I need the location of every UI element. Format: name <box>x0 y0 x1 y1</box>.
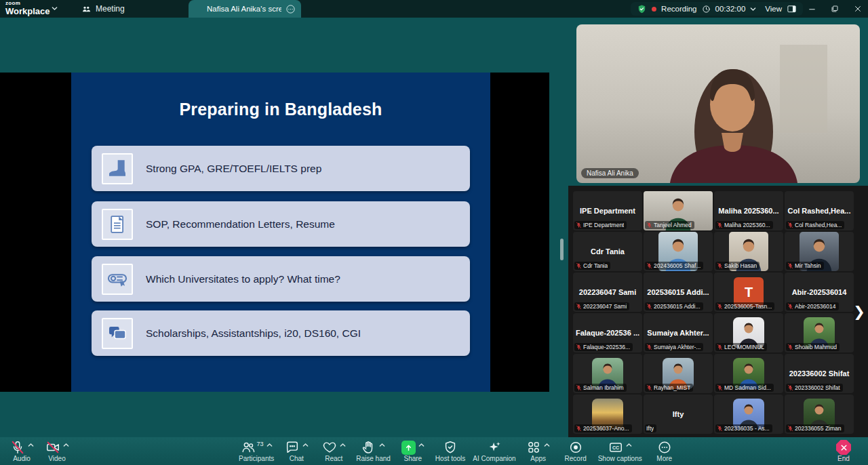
record-button[interactable]: Record <box>561 437 591 465</box>
participants-button[interactable]: 73Participants <box>239 437 274 465</box>
raise-hand-button[interactable]: Raise hand <box>356 437 391 465</box>
participant-tile[interactable]: 202336055 Ziman <box>785 395 854 434</box>
participant-label: Cdr Tania <box>574 262 610 270</box>
tab-meeting[interactable]: Meeting <box>76 0 130 18</box>
video-button[interactable]: Video <box>42 437 72 465</box>
participant-tile[interactable]: LEC MOMINUL <box>714 313 783 352</box>
mic-muted-icon <box>646 262 652 269</box>
mic-muted-icon <box>717 303 723 310</box>
chevron-up-icon[interactable] <box>544 443 550 447</box>
participant-tile[interactable]: Maliha 2025360...Maliha 2025360... <box>714 191 783 230</box>
chevron-up-icon[interactable] <box>626 443 632 447</box>
boot-icon <box>102 153 133 184</box>
speaker-video-tile[interactable]: Nafisa Ali Anika <box>576 24 860 183</box>
participant-tile[interactable]: Salman Ibrahim <box>573 354 642 393</box>
chevron-up-icon[interactable] <box>340 443 346 447</box>
mic-muted-icon <box>576 344 582 350</box>
participant-tile[interactable]: Sumaiya Akhter...Sumaiya Akhter-... <box>644 313 713 352</box>
toolbar-button-label: Show captions <box>598 456 642 462</box>
participant-tile[interactable]: Mir Tahsin <box>785 232 854 271</box>
toolbar-button-label: More <box>656 456 672 462</box>
svg-text:CC: CC <box>612 445 619 450</box>
chevron-up-icon[interactable] <box>267 443 273 447</box>
recording-dot <box>652 7 656 12</box>
security-shield-icon[interactable] <box>637 4 647 14</box>
participant-tile[interactable]: T202536005-Tasn... <box>714 272 783 312</box>
participant-tile[interactable]: 202336035 - As... <box>714 395 783 434</box>
chat-button[interactable]: Chat <box>281 437 311 465</box>
participant-tile[interactable]: IftyIfty <box>644 395 713 434</box>
mic-muted-icon <box>576 384 582 391</box>
participant-tile[interactable]: Abir-202536014Abir-202536014 <box>785 272 854 312</box>
slide-bullet-card: Strong GPA, GRE/TOEFL/IELTS prep <box>92 146 470 191</box>
titlebar: zoom Workplace Meeting Nafisa Ali Anika'… <box>0 0 868 18</box>
end-button[interactable]: End <box>829 437 859 465</box>
chevron-up-icon[interactable] <box>63 443 69 447</box>
more-button[interactable]: More <box>650 437 679 465</box>
chevron-up-icon[interactable] <box>418 443 425 447</box>
participants-count-badge: 73 <box>257 441 264 447</box>
participant-tile[interactable]: Tanjeel Ahmed <box>644 191 713 230</box>
participant-label: 202536037-Ano... <box>574 424 632 432</box>
mic-muted-icon <box>646 222 652 228</box>
toolbar-button-label: End <box>837 456 850 462</box>
chevron-up-icon[interactable] <box>28 443 34 447</box>
mic-muted-icon <box>576 425 582 432</box>
participant-label: Abir-202536014 <box>786 302 839 310</box>
mic-muted-icon <box>717 344 723 350</box>
ai-companion-button[interactable]: AI Companion <box>473 437 515 465</box>
participant-tile[interactable]: 202536037-Ano... <box>573 395 642 434</box>
share-button[interactable]: Share <box>398 437 428 465</box>
participant-tile[interactable]: Sakib Hasan <box>714 232 783 271</box>
chevron-up-icon[interactable] <box>302 443 309 447</box>
meeting-status-pill: Recording 00:32:00 View <box>631 2 803 16</box>
chevron-down-icon[interactable] <box>52 6 58 11</box>
toolbar-button-label: Apps <box>530 456 546 462</box>
participant-label: 202436005 Shaf... <box>645 262 703 270</box>
slide-bullet-text: Which Universitates to apply? What time? <box>146 273 340 285</box>
participant-tile[interactable]: Col Rashed,Hea...Col Rashed,Hea... <box>785 191 854 230</box>
react-button[interactable]: React <box>319 437 349 465</box>
mic-muted-icon <box>576 262 582 269</box>
chevron-down-icon[interactable] <box>750 7 756 12</box>
minimize-button[interactable] <box>807 4 816 14</box>
apps-button[interactable]: Apps <box>524 437 553 465</box>
view-button[interactable]: View <box>765 5 782 13</box>
close-button[interactable] <box>853 4 863 14</box>
participant-label: IPE Department <box>574 221 627 229</box>
presentation-slide: Preparing in Bangladesh Strong GPA, GRE/… <box>71 73 490 392</box>
show-captions-button[interactable]: CCShow captions <box>598 437 642 465</box>
participant-tile[interactable]: Falaque-202536 ...Falaque-202536... <box>573 313 642 352</box>
participant-label: Col Rashed,Hea... <box>786 221 844 229</box>
tab-options-icon[interactable] <box>285 4 296 14</box>
participant-label: Rayhan_MIST <box>645 384 693 392</box>
participant-tile[interactable]: Cdr TaniaCdr Tania <box>573 232 642 271</box>
participant-tile[interactable]: 202436005 Shaf... <box>644 232 713 271</box>
tab-shared-screen[interactable]: Nafisa Ali Anika's screen <box>189 0 301 18</box>
toolbar-button-label: Host tools <box>435 456 465 462</box>
zoom-workplace-logo: zoom Workplace <box>5 1 50 16</box>
clock-icon <box>702 5 711 14</box>
participant-tile[interactable]: Rayhan_MIST <box>644 354 713 393</box>
maximize-button[interactable] <box>830 4 840 14</box>
toolbar-button-label: Raise hand <box>356 456 391 462</box>
host-tools-button[interactable]: Host tools <box>435 437 465 465</box>
view-layout-icon[interactable] <box>787 5 797 14</box>
participant-tile[interactable]: 202236047 Sami202236047 Sami <box>573 272 642 312</box>
gallery-next-page-button[interactable]: ❯ <box>852 302 867 321</box>
audio-button[interactable]: Audio <box>7 437 37 465</box>
participant-tile[interactable]: MD Sadman Sid... <box>714 354 783 393</box>
mic-muted-icon <box>717 384 723 391</box>
participant-label: 202336035 - As... <box>715 424 772 432</box>
participant-tile[interactable]: Shoaib Mahmud <box>785 313 854 352</box>
speaker-name-label: Nafisa Ali Anika <box>581 168 639 178</box>
chevron-up-icon[interactable] <box>379 443 385 447</box>
participant-label: 202536015 Addi... <box>645 302 703 310</box>
record-icon <box>568 440 583 455</box>
participant-tile[interactable]: 202536015 Addi...202536015 Addi... <box>644 272 713 312</box>
window-controls <box>807 0 863 18</box>
participant-tile[interactable]: IPE DepartmentIPE Department <box>573 191 642 230</box>
mic-muted-icon <box>646 384 652 391</box>
participant-tile[interactable]: 202336002 Shifat202336002 Shifat <box>785 354 854 393</box>
panel-resize-handle[interactable] <box>560 239 564 260</box>
